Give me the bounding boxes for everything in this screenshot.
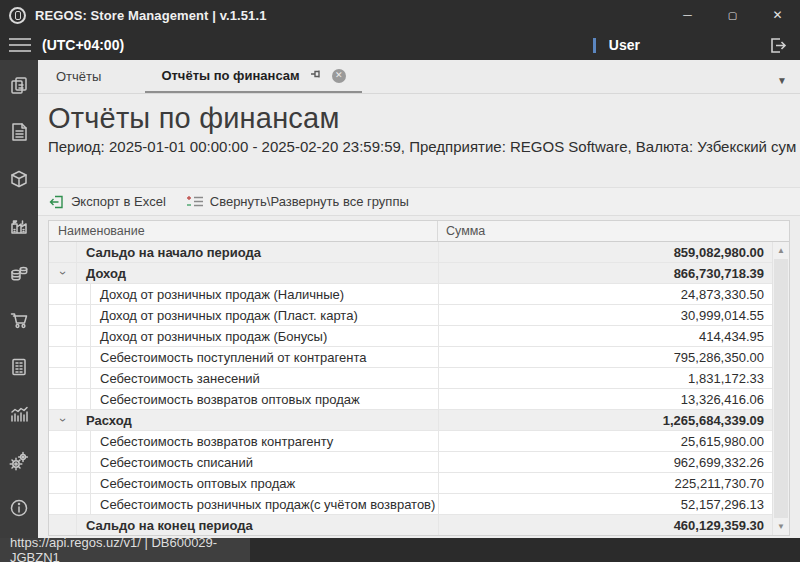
collapse-expand-groups-button[interactable]: Свернуть\Развернуть все группы <box>186 194 409 209</box>
indent-cell <box>49 368 77 388</box>
row-name-cell: Сальдо на начало периода <box>77 242 438 262</box>
table-row[interactable]: Себестоимость поступлений от контрагента… <box>49 347 772 368</box>
table-row[interactable]: Сальдо на конец периода460,129,359.30 <box>49 515 772 536</box>
tab-reports[interactable]: Отчёты <box>40 60 117 93</box>
page-subtitle: Период: 2025-01-01 00:00:00 - 2025-02-20… <box>48 138 800 155</box>
logout-icon <box>768 36 787 55</box>
window-controls: ─ ▢ ✕ <box>665 0 800 30</box>
export-excel-icon <box>49 194 65 210</box>
menubar: (UTC+04:00) User <box>0 30 800 60</box>
minimize-button[interactable]: ─ <box>665 0 710 30</box>
row-amount: 25,615,980.00 <box>438 431 772 451</box>
tab-finance-reports[interactable]: Отчёты по финансам ✕ <box>145 60 361 93</box>
row-name: Доход от розничных продаж (Бонусы) <box>91 329 327 344</box>
indent-cell <box>49 431 77 451</box>
app-logo-icon <box>9 7 26 24</box>
row-name: Доход от розничных продаж (Наличные) <box>91 287 344 302</box>
table-row[interactable]: Себестоимость оптовых продаж225,211,730.… <box>49 473 772 494</box>
row-name: Себестоимость розничных продаж(с учётом … <box>91 497 435 512</box>
table-row[interactable]: Доход от розничных продаж (Бонусы)414,43… <box>49 326 772 347</box>
expand-collapse-cell[interactable]: › <box>49 410 77 430</box>
collapse-expand-icon <box>186 194 204 209</box>
row-name: Себестоимость возвратов оптовых продаж <box>91 392 360 407</box>
row-name-cell: Себестоимость розничных продаж(с учётом … <box>77 494 438 514</box>
row-name-cell: Доход от розничных продаж (Пласт. карта) <box>77 305 438 325</box>
logout-button[interactable] <box>768 36 787 55</box>
timezone-label: (UTC+04:00) <box>42 37 124 53</box>
tab-list-dropdown-icon[interactable]: ▼ <box>777 75 787 86</box>
vertical-scrollbar[interactable]: ▲ ▼ <box>772 242 789 535</box>
scrollbar-thumb[interactable] <box>774 259 788 518</box>
maximize-button[interactable]: ▢ <box>710 0 755 30</box>
table-row[interactable]: Себестоимость розничных продаж(с учётом … <box>49 494 772 515</box>
row-amount: 414,434.95 <box>438 326 772 346</box>
minimize-icon: ─ <box>683 8 692 22</box>
table-row[interactable]: ›Доход866,730,718.39 <box>49 263 772 284</box>
indent-cell <box>49 284 77 304</box>
column-header-name[interactable]: Наименование <box>49 221 438 241</box>
user-menu[interactable]: User <box>609 37 640 53</box>
row-amount: 225,211,730.70 <box>438 473 772 493</box>
row-name: Доход <box>77 266 126 281</box>
row-amount: 460,129,359.30 <box>438 515 772 535</box>
table-row[interactable]: Доход от розничных продаж (Наличные)24,8… <box>49 284 772 305</box>
statusbar: https://api.regos.uz/v1/ | DB600029-JGBZ… <box>0 538 800 562</box>
cart-icon[interactable] <box>9 309 30 330</box>
stats-chart-icon[interactable] <box>9 403 30 424</box>
pin-tab-icon[interactable] <box>309 67 323 84</box>
row-amount: 52,157,296.13 <box>438 494 772 514</box>
indent-cell <box>49 305 77 325</box>
copy-documents-icon[interactable] <box>9 74 30 95</box>
chevron-down-icon: › <box>56 271 70 275</box>
info-icon[interactable] <box>9 497 30 518</box>
api-endpoint-label: https://api.regos.uz/v1/ | DB600029-JGBZ… <box>0 538 250 562</box>
titlebar: REGOS: Store Management | v.1.51.1 ─ ▢ ✕ <box>0 0 800 30</box>
table-row[interactable]: Себестоимость занесений1,831,172.33 <box>49 368 772 389</box>
indent-cell <box>49 347 77 367</box>
report-table: Наименование Сумма Сальдо на начало пери… <box>48 220 790 536</box>
toolbar: Экспорт в Excel Свернуть\Развернуть все … <box>38 187 800 216</box>
tab-label: Отчёты по финансам <box>161 68 299 83</box>
report-table-body: Сальдо на начало периода859,082,980.00›Д… <box>49 242 772 536</box>
row-name: Себестоимость списаний <box>91 455 253 470</box>
table-row[interactable]: Себестоимость списаний962,699,332.26 <box>49 452 772 473</box>
gears-icon[interactable] <box>9 450 30 471</box>
table-row[interactable]: Доход от розничных продаж (Пласт. карта)… <box>49 305 772 326</box>
row-amount: 13,326,416.06 <box>438 389 772 409</box>
indent-cell <box>49 473 77 493</box>
factory-icon[interactable] <box>9 215 30 236</box>
row-name-cell: Сальдо на конец периода <box>77 515 438 535</box>
document-icon[interactable] <box>9 121 30 142</box>
main-content: Отчёты Отчёты по финансам ✕ ▼ Отчёты по … <box>38 60 800 538</box>
close-button[interactable]: ✕ <box>755 0 800 30</box>
table-row[interactable]: Сальдо на начало периода859,082,980.00 <box>49 242 772 263</box>
indent-cell <box>49 389 77 409</box>
scroll-up-icon[interactable]: ▲ <box>773 246 789 255</box>
row-amount: 795,286,350.00 <box>438 347 772 367</box>
scroll-down-icon[interactable]: ▼ <box>773 522 789 531</box>
row-indent <box>77 452 91 472</box>
table-row[interactable]: ›Расход1,265,684,339.09 <box>49 410 772 431</box>
row-amount: 30,999,014.55 <box>438 305 772 325</box>
row-name: Себестоимость поступлений от контрагента <box>91 350 366 365</box>
row-amount: 1,265,684,339.09 <box>438 410 772 430</box>
indent-cell <box>49 326 77 346</box>
row-name: Расход <box>77 413 132 428</box>
row-name: Себестоимость занесений <box>91 371 260 386</box>
row-name-cell: Расход <box>77 410 438 430</box>
row-indent <box>77 305 91 325</box>
expand-collapse-cell[interactable]: › <box>49 263 77 283</box>
indent-cell <box>49 452 77 472</box>
hamburger-menu-icon[interactable] <box>9 38 31 52</box>
row-amount: 24,873,330.50 <box>438 284 772 304</box>
table-row[interactable]: Себестоимость возвратов контрагенту25,61… <box>49 431 772 452</box>
row-name: Сальдо на начало периода <box>77 245 261 260</box>
column-header-sum[interactable]: Сумма <box>438 224 789 238</box>
user-separator <box>593 38 596 53</box>
export-excel-button[interactable]: Экспорт в Excel <box>49 194 166 210</box>
package-icon[interactable] <box>9 168 30 189</box>
close-tab-icon[interactable]: ✕ <box>332 69 346 83</box>
calculator-icon[interactable] <box>9 356 30 377</box>
coins-icon[interactable] <box>9 262 30 283</box>
table-row[interactable]: Себестоимость возвратов оптовых продаж13… <box>49 389 772 410</box>
